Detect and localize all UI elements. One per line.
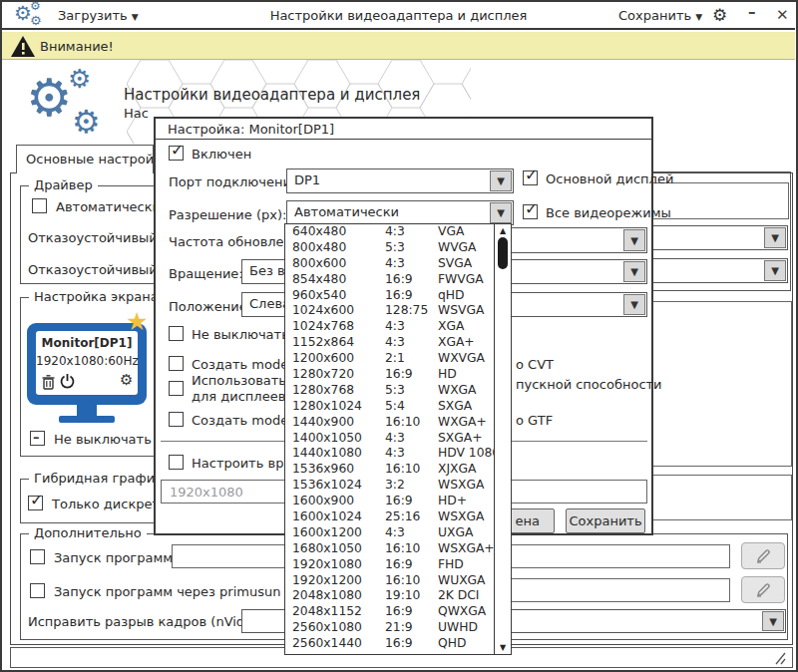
resolution-option[interactable]: 1600x90016:9HD+ xyxy=(285,494,511,509)
power-icon[interactable] xyxy=(60,374,75,390)
port-label: Порт подключения: xyxy=(169,174,303,189)
warning-icon xyxy=(11,36,35,57)
resolution-option[interactable]: 1024x600128:75WSVGA xyxy=(285,303,511,319)
resolution-option[interactable]: 800x6004:3SVGA xyxy=(285,256,511,272)
pencil-icon xyxy=(755,582,771,598)
resolution-option[interactable]: 1280x72016:9HD xyxy=(285,367,511,383)
rotation-label: Вращение: xyxy=(169,266,243,281)
refresh-rate-label: Частота обновления ( xyxy=(169,234,285,249)
position-label: Положение: xyxy=(169,299,251,314)
chevron-down-icon[interactable]: ▼ xyxy=(623,294,645,315)
resolution-option[interactable]: 2048x108019:102K DCI xyxy=(285,588,511,604)
group-extra-label: Дополнительно xyxy=(29,525,147,540)
chevron-down-icon[interactable]: ▼ xyxy=(490,170,512,191)
chevron-down-icon[interactable]: ▼ xyxy=(762,611,784,631)
header-logo-gear-icon: ⚙ xyxy=(72,106,101,138)
resolution-option[interactable]: 1440x10804:3HDV 1080i xyxy=(285,446,511,462)
primary-display-checkbox[interactable]: ✓ xyxy=(523,170,538,185)
monitor-base xyxy=(59,416,115,423)
resolution-option[interactable]: 1536x96016:10XJXGA xyxy=(285,462,511,478)
resolution-label: Разрешение (px): xyxy=(169,207,286,222)
primary-display-label: Основной дисплей xyxy=(546,171,673,186)
modeline-gtf-checkbox[interactable] xyxy=(169,412,184,427)
resolution-option[interactable]: 1536x10243:2WSXGA xyxy=(285,478,511,494)
keep-on-checkbox[interactable]: – xyxy=(30,431,45,446)
resolution-option[interactable]: 1200x6002:1WXVGA xyxy=(285,351,511,367)
resolution-option[interactable]: 1440x90016:10WXGA+ xyxy=(285,415,511,431)
resolution-option[interactable]: 1920x108016:9FHD xyxy=(285,557,511,573)
resolution-list[interactable]: ▲ ▼ 640x4804:3VGA800x4805:3WVGA800x6004:… xyxy=(284,223,512,655)
chevron-down-icon[interactable]: ▼ xyxy=(764,260,786,281)
dialog-titlebar[interactable]: Настройка: Monitor[DP1] xyxy=(156,119,651,140)
auto-driver-checkbox[interactable] xyxy=(32,198,47,213)
manual-mode-value: 1920x1080 xyxy=(170,485,243,500)
run-programs-checkbox-2[interactable] xyxy=(30,583,45,598)
edit-button-2[interactable] xyxy=(741,576,785,603)
resize-grip-icon[interactable] xyxy=(772,652,786,665)
cvt-reduced-label-right: пускной способности xyxy=(516,377,662,392)
minimize-button[interactable]: – xyxy=(748,3,756,21)
cvt-reduced-checkbox[interactable] xyxy=(169,381,184,396)
chevron-down-icon[interactable]: ▼ xyxy=(623,229,645,251)
group-screen-label: Настройка экрана xyxy=(29,289,164,304)
app-window: ⚙ ⚙ ⚙ Загрузить ▼ Настройки видеоадаптер… xyxy=(0,0,798,672)
scroll-up-icon[interactable]: ▲ xyxy=(495,226,511,235)
star-icon: ★ xyxy=(126,307,148,336)
trash-icon[interactable] xyxy=(42,375,55,390)
dialog-save-button[interactable]: Сохранить xyxy=(566,508,645,533)
run-programs-label-1: Запуск программ ч xyxy=(54,550,185,565)
discrete-only-checkbox[interactable]: ✓ xyxy=(28,496,43,510)
manual-checkbox[interactable] xyxy=(169,455,184,470)
scrollbar-thumb[interactable] xyxy=(498,237,508,269)
resolution-option[interactable]: 2560x144016:9QHD xyxy=(285,636,511,652)
resolution-option[interactable]: 1920x120016:10WUXGA xyxy=(285,573,511,589)
page-subtitle-fragment: Нас xyxy=(124,106,149,121)
chevron-down-icon[interactable]: ▼ xyxy=(490,202,512,223)
chevron-down-icon: ▼ xyxy=(695,12,702,22)
chevron-down-icon[interactable]: ▼ xyxy=(623,261,645,282)
run-programs-checkbox-1[interactable] xyxy=(30,549,45,564)
resolution-option[interactable]: 960x54016:9qHD xyxy=(285,288,511,304)
warning-text: Внимание! xyxy=(40,39,114,54)
settings-gear-icon[interactable]: ⚙ xyxy=(712,5,727,25)
monitor-name: Monitor[DP1] xyxy=(36,336,138,350)
enabled-checkbox[interactable]: ✓ xyxy=(169,146,184,161)
page-title: Настройки видеоадаптера и дисплея xyxy=(124,86,420,104)
titlebar: ⚙ ⚙ ⚙ Загрузить ▼ Настройки видеоадаптер… xyxy=(2,2,795,30)
resolution-option[interactable]: 2560x108021:9UWHD xyxy=(285,620,511,636)
modeline-gtf-label-right: о GTF xyxy=(516,413,553,428)
chevron-down-icon[interactable]: ▼ xyxy=(764,227,786,248)
fix-tearing-label: Исправить разрыв кадров (nVidia): xyxy=(28,614,265,629)
dialog-keep-on-checkbox[interactable] xyxy=(169,326,184,341)
resolution-option[interactable]: 1024x7684:3XGA xyxy=(285,319,511,335)
monitor-settings-gear-icon[interactable]: ⚙ xyxy=(120,371,133,389)
port-combo[interactable]: DP1 ▼ xyxy=(286,168,514,193)
resolution-option[interactable]: 640x4804:3VGA xyxy=(285,224,511,240)
resolution-combo[interactable]: Автоматически ▼ xyxy=(286,200,514,225)
resolution-option[interactable]: 1400x10504:3SXGA+ xyxy=(285,431,511,447)
modeline-cvt-label-right: о CVT xyxy=(516,357,554,372)
resolution-option[interactable]: 1280x7685:3WXGA xyxy=(285,383,511,399)
all-modes-checkbox[interactable]: ✓ xyxy=(523,204,538,219)
port-value: DP1 xyxy=(294,172,320,187)
resolution-option[interactable]: 2048x115216:9QWXGA xyxy=(285,604,511,620)
resolution-option[interactable]: 1280x10245:4SXGA xyxy=(285,399,511,415)
resolution-option[interactable]: 854x48016:9FWVGA xyxy=(285,272,511,288)
resolution-option[interactable]: 1600x102425:16WSXGA xyxy=(285,509,511,525)
header-logo-gear-icon: ⚙ xyxy=(26,72,73,124)
resolution-option[interactable]: 1680x105016:10WSXGA+ xyxy=(285,541,511,557)
close-button[interactable]: ✕ xyxy=(776,6,789,24)
pencil-icon xyxy=(755,548,771,564)
modeline-cvt-checkbox[interactable] xyxy=(169,356,184,371)
enabled-label: Включен xyxy=(192,147,251,162)
resolution-option[interactable]: 800x4805:3WVGA xyxy=(285,240,511,256)
scroll-down-icon[interactable]: ▼ xyxy=(495,643,511,652)
resolution-option[interactable]: 1152x8644:3XGA+ xyxy=(285,335,511,351)
resolution-list-scrollbar[interactable]: ▲ ▼ xyxy=(494,224,511,654)
save-menu-button[interactable]: Сохранить ▼ xyxy=(618,8,702,23)
tab-main-settings[interactable]: Основные настройки xyxy=(16,145,154,173)
edit-button-1[interactable] xyxy=(741,542,785,569)
all-modes-label: Все видеорежимы xyxy=(546,205,671,220)
group-driver-label: Драйвер xyxy=(29,177,98,192)
resolution-option[interactable]: 1600x12004:3UXGA xyxy=(285,525,511,541)
